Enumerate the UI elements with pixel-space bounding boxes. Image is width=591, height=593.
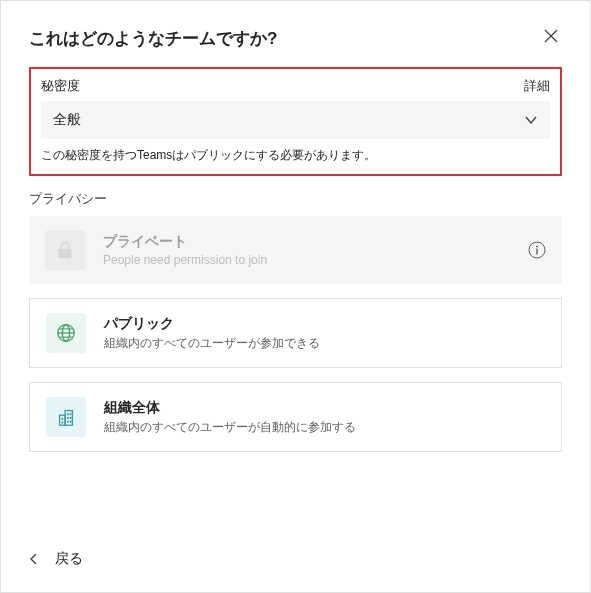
private-option-content: プライベート People need permission to join <box>103 233 510 267</box>
info-icon[interactable] <box>528 241 546 259</box>
chevron-down-icon <box>524 113 538 127</box>
svg-rect-15 <box>67 413 69 415</box>
building-icon <box>46 397 86 437</box>
svg-rect-18 <box>70 417 72 419</box>
svg-rect-2 <box>59 249 72 258</box>
sensitivity-header-row: 秘密度 詳細 <box>41 77 550 95</box>
lock-icon <box>45 230 85 270</box>
dialog-header: これはどのようなチームですか? <box>29 25 562 51</box>
svg-rect-19 <box>67 421 69 423</box>
public-option-content: パブリック 組織内のすべてのユーザーが参加できる <box>104 315 545 352</box>
private-option-desc: People need permission to join <box>103 253 510 267</box>
sensitivity-value: 全般 <box>53 111 81 129</box>
svg-rect-17 <box>67 417 69 419</box>
privacy-option-org[interactable]: 組織全体 組織内のすべてのユーザーが自動的に参加する <box>29 382 562 452</box>
private-option-title: プライベート <box>103 233 510 251</box>
svg-rect-5 <box>536 249 537 255</box>
svg-rect-20 <box>70 421 72 423</box>
team-type-dialog: これはどのようなチームですか? 秘密度 詳細 全般 この秘密度を持つTeamsは… <box>1 1 590 592</box>
org-option-title: 組織全体 <box>104 399 545 417</box>
svg-rect-13 <box>61 418 63 420</box>
svg-rect-16 <box>70 413 72 415</box>
svg-point-4 <box>536 246 538 248</box>
public-option-desc: 組織内のすべてのユーザーが参加できる <box>104 335 545 352</box>
close-button[interactable] <box>540 25 562 51</box>
privacy-option-public[interactable]: パブリック 組織内のすべてのユーザーが参加できる <box>29 298 562 368</box>
dialog-title: これはどのようなチームですか? <box>29 27 277 50</box>
sensitivity-hint: この秘密度を持つTeamsはパブリックにする必要があります。 <box>41 147 550 164</box>
chevron-left-icon[interactable] <box>29 552 39 566</box>
svg-rect-11 <box>60 415 66 425</box>
org-option-desc: 組織内のすべてのユーザーが自動的に参加する <box>104 419 545 436</box>
privacy-section-label: プライバシー <box>29 190 562 208</box>
sensitivity-label: 秘密度 <box>41 77 80 95</box>
back-button[interactable]: 戻る <box>55 550 83 568</box>
dialog-footer: 戻る <box>29 530 562 568</box>
public-option-title: パブリック <box>104 315 545 333</box>
sensitivity-section: 秘密度 詳細 全般 この秘密度を持つTeamsはパブリックにする必要があります。 <box>29 67 562 176</box>
details-link[interactable]: 詳細 <box>524 77 550 95</box>
org-option-content: 組織全体 組織内のすべてのユーザーが自動的に参加する <box>104 399 545 436</box>
globe-icon <box>46 313 86 353</box>
sensitivity-dropdown[interactable]: 全般 <box>41 101 550 139</box>
privacy-option-private: プライベート People need permission to join <box>29 216 562 284</box>
close-icon <box>544 29 558 43</box>
svg-rect-14 <box>61 422 63 424</box>
